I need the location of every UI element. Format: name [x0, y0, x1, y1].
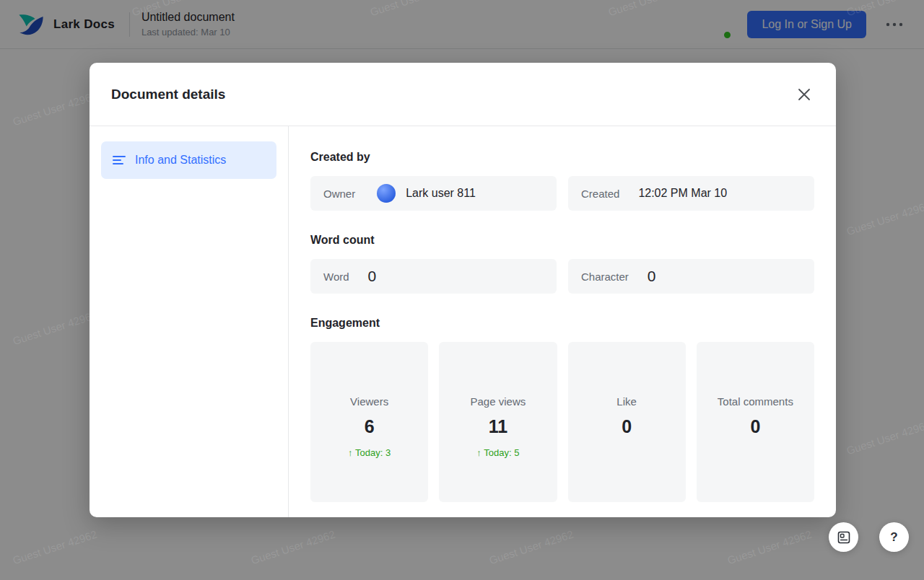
- engagement-cards: Viewers 6 ↑ Today: 3 Page views 11 ↑ Tod…: [310, 342, 814, 502]
- page-views-today: ↑ Today: 5: [476, 447, 519, 458]
- page-views-card: Page views 11 ↑ Today: 5: [439, 342, 557, 502]
- total-comments-card: Total comments 0: [697, 342, 814, 502]
- owner-box: Owner Lark user 811: [310, 176, 557, 211]
- modal-main: Created by Owner Lark user 811 Created 1…: [289, 126, 836, 517]
- owner-name: Lark user 811: [406, 187, 476, 200]
- info-statistics-icon: [113, 155, 126, 165]
- created-value: 12:02 PM Mar 10: [638, 187, 727, 200]
- sidebar-item-info-and-statistics[interactable]: Info and Statistics: [101, 141, 276, 179]
- help-button[interactable]: ?: [879, 522, 909, 552]
- total-comments-value: 0: [750, 416, 760, 437]
- document-details-modal: Document details Info and Statistics Cre…: [90, 63, 836, 517]
- like-label: Like: [616, 395, 637, 408]
- page-views-value: 11: [489, 416, 507, 437]
- viewers-label: Viewers: [350, 395, 388, 408]
- templates-button[interactable]: [829, 522, 858, 552]
- character-value: 0: [648, 268, 656, 285]
- close-button[interactable]: [794, 84, 814, 105]
- template-doc-icon: [837, 531, 850, 544]
- viewers-value: 6: [365, 416, 375, 437]
- modal-title: Document details: [111, 87, 225, 102]
- modal-header: Document details: [90, 63, 836, 126]
- engagement-heading: Engagement: [310, 317, 814, 330]
- owner-avatar: [377, 184, 396, 203]
- created-box: Created 12:02 PM Mar 10: [568, 176, 814, 211]
- like-value: 0: [622, 416, 632, 437]
- created-by-row: Owner Lark user 811 Created 12:02 PM Mar…: [310, 176, 814, 211]
- character-label: Character: [581, 271, 629, 283]
- total-comments-label: Total comments: [718, 395, 793, 408]
- owner-label: Owner: [323, 188, 355, 200]
- word-box: Word 0: [310, 259, 557, 294]
- word-count-row: Word 0 Character 0: [310, 259, 814, 294]
- like-card: Like 0: [568, 342, 686, 502]
- viewers-today: ↑ Today: 3: [348, 447, 391, 458]
- character-box: Character 0: [568, 259, 814, 294]
- viewers-card: Viewers 6 ↑ Today: 3: [310, 342, 428, 502]
- word-count-heading: Word count: [310, 234, 814, 247]
- sidebar-item-label: Info and Statistics: [135, 154, 226, 167]
- modal-sidebar: Info and Statistics: [90, 126, 289, 517]
- modal-body: Info and Statistics Created by Owner Lar…: [90, 126, 836, 517]
- word-value: 0: [368, 268, 377, 285]
- close-icon: [797, 87, 811, 102]
- created-by-heading: Created by: [310, 151, 814, 164]
- created-label: Created: [581, 188, 619, 200]
- word-label: Word: [323, 271, 349, 283]
- page-views-label: Page views: [471, 395, 526, 408]
